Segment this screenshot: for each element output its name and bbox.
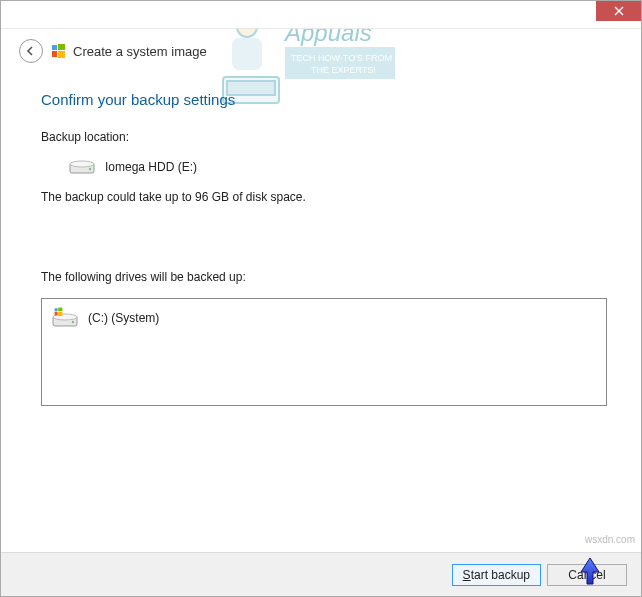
svg-rect-6 [58,44,65,50]
back-button[interactable] [19,39,43,63]
dialog-window: Appuals TECH HOW-TO'S FROM THE EXPERTS! … [0,0,642,597]
section-heading: Confirm your backup settings [41,91,607,108]
titlebar [1,1,641,29]
svg-rect-18 [58,312,62,316]
svg-point-11 [89,168,91,170]
backup-location-value: Iomega HDD (E:) [105,160,197,174]
svg-point-10 [70,161,94,167]
drive-item-label: (C:) (System) [88,311,159,325]
footer: Start backup Cancel [1,552,641,596]
close-button[interactable] [596,1,641,21]
svg-rect-15 [55,308,58,311]
start-backup-button[interactable]: Start backup [452,564,541,586]
svg-point-14 [72,321,74,323]
system-flag-icon [51,43,67,59]
drives-listbox[interactable]: (C:) (System) [41,298,607,406]
back-arrow-icon [25,45,37,57]
svg-rect-8 [58,51,65,58]
cancel-button[interactable]: Cancel [547,564,627,586]
cancel-label: Cancel [568,568,605,582]
backup-location-row: Iomega HDD (E:) [41,158,607,176]
space-note: The backup could take up to 96 GB of dis… [41,190,607,204]
svg-rect-17 [55,312,58,316]
system-drive-icon [52,307,78,329]
list-item[interactable]: (C:) (System) [52,307,596,329]
close-icon [614,6,624,16]
drives-list-label: The following drives will be backed up: [41,270,607,284]
backup-location-label: Backup location: [41,130,607,144]
svg-rect-7 [52,51,57,57]
header-title-row: Create a system image [51,43,207,59]
content-area: Confirm your backup settings Backup loca… [1,73,641,552]
svg-rect-16 [58,308,62,312]
start-backup-label: Start backup [463,568,530,582]
hdd-icon [69,158,95,176]
svg-rect-5 [52,45,57,50]
header: Create a system image [1,29,641,73]
header-title: Create a system image [73,44,207,59]
